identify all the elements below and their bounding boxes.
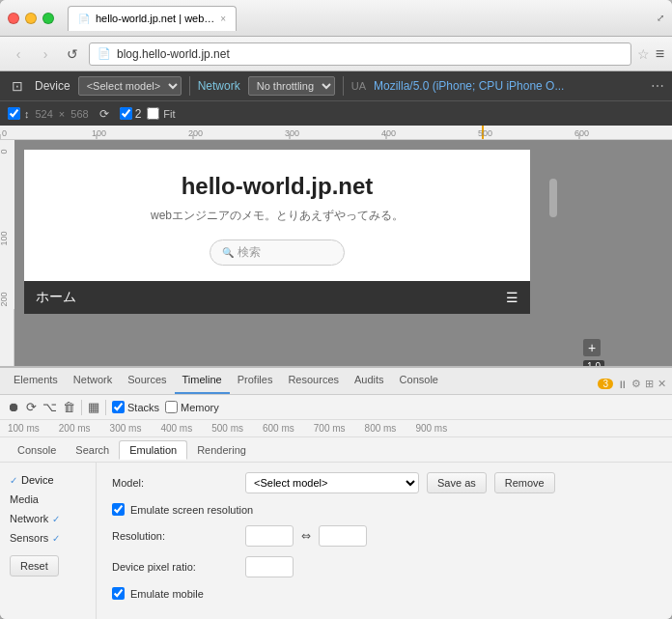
subtab-rendering[interactable]: Rendering bbox=[187, 441, 256, 459]
tab-sources[interactable]: Sources bbox=[120, 367, 174, 394]
devtools-tabs: Elements Network Sources Timeline Profil… bbox=[0, 368, 672, 395]
svg-text:100: 100 bbox=[0, 231, 9, 245]
settings-icon[interactable]: ⚙ bbox=[631, 378, 641, 390]
reset-button[interactable]: Reset bbox=[10, 555, 59, 577]
bookmark-button[interactable]: ☆ bbox=[637, 46, 650, 62]
address-bar[interactable]: 📄 blog.hello-world.jp.net bbox=[89, 42, 631, 66]
swap-icon[interactable]: ⇔ bbox=[301, 529, 311, 543]
dock-icon[interactable]: ⊞ bbox=[645, 378, 654, 390]
back-button[interactable]: ‹ bbox=[8, 43, 29, 65]
emulation-panel: ✓ Device Media Network ✓ Sensors ✓ Reset bbox=[0, 463, 672, 619]
memory-checkbox[interactable] bbox=[165, 401, 178, 413]
trash-button[interactable]: 🗑 bbox=[63, 400, 75, 414]
sidebar-item-device[interactable]: ✓ Device bbox=[0, 470, 96, 490]
subtab-emulation[interactable]: Emulation bbox=[119, 440, 187, 460]
separator bbox=[189, 76, 190, 96]
main-content: 0 100 200 hello-world.jp.net webエンジニアのメモ… bbox=[0, 140, 672, 366]
sensors-check-icon: ✓ bbox=[52, 533, 60, 544]
badge-count: 2 bbox=[135, 107, 142, 121]
sidebar-item-media[interactable]: Media bbox=[0, 490, 96, 509]
more-options-icon[interactable]: ⋯ bbox=[651, 78, 664, 94]
svg-text:400: 400 bbox=[381, 128, 396, 138]
tab-elements[interactable]: Elements bbox=[6, 367, 66, 394]
model-row: Model: <Select model> Save as Remove bbox=[112, 472, 657, 493]
device-check-icon: ✓ bbox=[10, 475, 17, 486]
minimize-button[interactable] bbox=[25, 13, 37, 24]
menu-button[interactable]: ≡ bbox=[656, 45, 664, 63]
tab-timeline[interactable]: Timeline bbox=[175, 367, 230, 394]
height-display: 568 bbox=[70, 108, 88, 120]
address-text: blog.hello-world.jp.net bbox=[117, 47, 623, 61]
bar-chart-icon[interactable]: ▦ bbox=[88, 400, 99, 414]
nav-home-text: ホーム bbox=[36, 289, 76, 306]
model-select[interactable]: <Select model> bbox=[245, 472, 419, 493]
emulation-sidebar: ✓ Device Media Network ✓ Sensors ✓ Reset bbox=[0, 463, 97, 619]
subtab-console[interactable]: Console bbox=[8, 441, 66, 459]
sidebar-item-network[interactable]: Network ✓ bbox=[0, 509, 96, 528]
separator2 bbox=[343, 76, 344, 96]
tab-profiles[interactable]: Profiles bbox=[230, 367, 281, 394]
title-bar: 📄 hello-world.jp.net | web… × ⤢ bbox=[0, 0, 672, 37]
warning-badge: 3 bbox=[598, 379, 613, 389]
save-as-button[interactable]: Save as bbox=[427, 472, 487, 493]
time-400ms: 400 ms bbox=[160, 423, 192, 434]
device-toolbar-icon[interactable]: ⊡ bbox=[8, 78, 27, 94]
devtools-panel: Elements Network Sources Timeline Profil… bbox=[0, 366, 672, 619]
tl-separator2 bbox=[105, 400, 106, 415]
filter-button[interactable]: ⌥ bbox=[42, 400, 57, 414]
remove-button[interactable]: Remove bbox=[494, 472, 555, 493]
badge-checkbox[interactable] bbox=[120, 107, 132, 120]
close-devtools-icon[interactable]: ✕ bbox=[658, 378, 666, 390]
tab-network[interactable]: Network bbox=[66, 367, 120, 394]
devtools-subtabs: Console Search Emulation Rendering bbox=[0, 437, 672, 463]
navigation-bar: ‹ › ↺ 📄 blog.hello-world.jp.net ☆ ≡ bbox=[0, 37, 672, 71]
stacks-checkbox[interactable] bbox=[112, 401, 125, 413]
site-header: hello-world.jp.net webエンジニアのメモ。とりあえずやってみ… bbox=[24, 150, 530, 281]
record-button[interactable]: ⏺ bbox=[8, 400, 20, 414]
badge-group: 2 bbox=[120, 107, 142, 121]
tab-resources[interactable]: Resources bbox=[280, 367, 347, 394]
browser-tab[interactable]: 📄 hello-world.jp.net | web… × bbox=[68, 6, 237, 31]
fit-checkbox[interactable] bbox=[147, 107, 159, 120]
scroll-indicator bbox=[549, 179, 557, 217]
nav-menu-icon: ☰ bbox=[506, 290, 518, 305]
network-label-top: Network bbox=[198, 79, 240, 93]
tab-close-button[interactable]: × bbox=[220, 14, 226, 24]
time-700ms: 700 ms bbox=[314, 423, 346, 434]
tab-console[interactable]: Console bbox=[392, 367, 446, 394]
network-check-icon: ✓ bbox=[52, 514, 60, 524]
stacks-label: Stacks bbox=[127, 402, 159, 413]
maximize-button[interactable] bbox=[42, 13, 54, 24]
tab-audits[interactable]: Audits bbox=[347, 367, 392, 394]
breakpoint-icon[interactable]: ⏸ bbox=[617, 379, 628, 390]
devtools-tab-icons: 3 ⏸ ⚙ ⊞ ✕ bbox=[598, 378, 666, 394]
size-icon: ↕ bbox=[24, 108, 30, 120]
time-600ms: 600 ms bbox=[263, 423, 294, 434]
throttling-select[interactable]: No throttling bbox=[248, 76, 335, 96]
pixel-ratio-label: Device pixel ratio: bbox=[112, 561, 238, 573]
zoom-plus-button[interactable]: + bbox=[583, 339, 601, 356]
refresh-button[interactable]: ↺ bbox=[62, 43, 83, 65]
pixel-ratio-input[interactable]: 2 bbox=[245, 556, 294, 577]
timeline-ruler: 100 ms 200 ms 300 ms 400 ms 500 ms 600 m… bbox=[0, 420, 672, 437]
tab-bar: 📄 hello-world.jp.net | web… × bbox=[68, 6, 657, 31]
resolution-height-input[interactable]: 568 bbox=[319, 525, 367, 547]
size-checkbox[interactable] bbox=[8, 107, 20, 120]
search-bar[interactable]: 🔍 検索 bbox=[210, 239, 345, 266]
timeline-controls: ⏺ ⟳ ⌥ 🗑 ▦ Stacks Memory bbox=[0, 395, 672, 420]
devtools-topbar: ⊡ Device <Select model> Network No throt… bbox=[0, 71, 672, 100]
subtab-search[interactable]: Search bbox=[66, 441, 119, 459]
refresh-record-button[interactable]: ⟳ bbox=[26, 400, 37, 414]
emulate-resolution-checkbox[interactable] bbox=[112, 503, 125, 516]
ua-label: UA bbox=[351, 80, 366, 92]
sidebar-item-sensors[interactable]: Sensors ✓ bbox=[0, 528, 96, 548]
resolution-width-input[interactable]: 524 bbox=[245, 525, 294, 547]
emulate-mobile-checkbox[interactable] bbox=[112, 587, 125, 600]
close-button[interactable] bbox=[8, 13, 19, 24]
forward-button[interactable]: › bbox=[35, 43, 56, 65]
page-preview: hello-world.jp.net webエンジニアのメモ。とりあえずやってみ… bbox=[14, 140, 672, 366]
svg-rect-15 bbox=[0, 140, 14, 309]
rotate-icon[interactable]: ⟳ bbox=[95, 107, 114, 121]
window-expand-icon[interactable]: ⤢ bbox=[657, 13, 664, 23]
model-select-top[interactable]: <Select model> bbox=[78, 76, 182, 96]
